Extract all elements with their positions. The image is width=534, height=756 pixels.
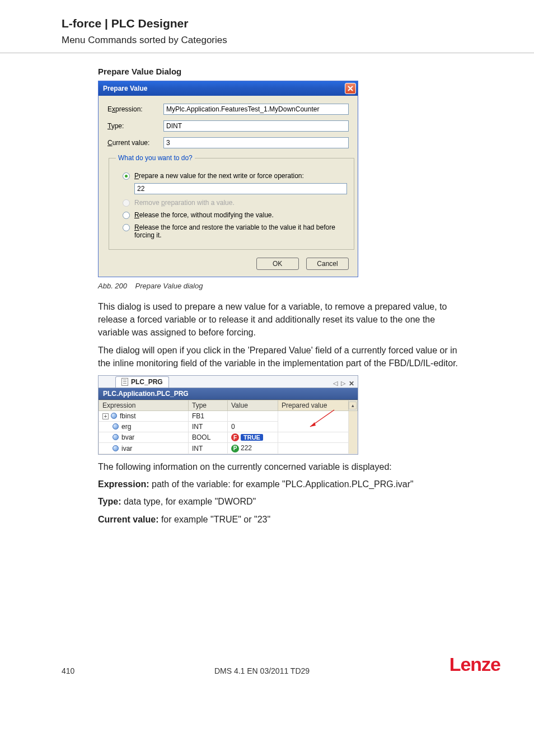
scroll-up-icon[interactable]: ▴ — [349, 400, 358, 410]
var-type: BOOL — [189, 432, 228, 443]
col-value[interactable]: Value — [228, 400, 278, 410]
tab-prev-icon[interactable]: ◁ — [333, 380, 338, 388]
section-heading: Prepare Value Dialog — [98, 67, 467, 76]
variable-icon — [111, 413, 117, 419]
paragraph: Type: data type, for example "DWORD" — [98, 495, 467, 508]
prepare-value-dialog: Prepare Value Expression: Type: Current … — [98, 81, 358, 277]
var-value: 0 — [228, 421, 278, 432]
new-value-input[interactable] — [134, 183, 347, 194]
radio-selected-icon — [123, 172, 130, 180]
annotation-arrow-icon — [303, 409, 337, 431]
var-value: FTRUE — [228, 432, 278, 443]
opt-remove-preparation[interactable]: Remove preparation with a value. — [123, 199, 347, 207]
current-value-field[interactable] — [163, 137, 349, 148]
var-name: bvar — [121, 433, 134, 441]
expression-field[interactable] — [163, 104, 349, 115]
tab-label: PLC_PRG — [131, 378, 163, 386]
figure-caption: Prepare Value dialog — [135, 282, 203, 290]
variable-icon — [113, 445, 119, 451]
type-label: Type: — [107, 122, 163, 130]
opt-release-and-restore[interactable]: Release the force and restore the variab… — [123, 223, 347, 239]
paragraph: Expression: path of the variable: for ex… — [98, 478, 467, 491]
page-number: 410 — [62, 666, 74, 675]
var-type: FB1 — [189, 410, 228, 421]
ok-button[interactable]: OK — [256, 258, 299, 270]
opt-prepare-new-value[interactable]: Prepare a new value for the next write o… — [123, 172, 347, 180]
tab-next-icon[interactable]: ▷ — [341, 380, 345, 388]
col-type[interactable]: Type — [189, 400, 228, 410]
var-name: erg — [121, 423, 131, 431]
doc-id: DMS 4.1 EN 03/2011 TD29 — [214, 666, 310, 675]
var-type: INT — [189, 443, 228, 454]
dialog-title: Prepare Value — [103, 85, 147, 92]
prepared-value-cell[interactable] — [278, 410, 349, 432]
prepared-value-cell[interactable] — [278, 443, 349, 454]
page-subtitle: Menu Commands sorted by Categories — [62, 35, 500, 46]
close-icon[interactable] — [345, 83, 356, 94]
tab-plc-prg[interactable]: PLC_PRG — [115, 376, 169, 388]
forced-badge-icon: F — [231, 433, 239, 441]
prepared-value-cell[interactable] — [278, 432, 349, 443]
paragraph: This dialog is used to prepare a new val… — [98, 300, 467, 339]
options-group: What do you want to do? Prepare a new va… — [109, 154, 354, 250]
opt-release-force[interactable]: Release the force, without modifying the… — [123, 211, 347, 219]
variable-icon — [113, 434, 119, 440]
expand-icon[interactable]: + — [102, 413, 109, 419]
brand-logo: Lenze — [449, 654, 500, 675]
var-value — [228, 410, 278, 421]
table-row[interactable]: bvar BOOL FTRUE — [99, 432, 358, 443]
expression-label: Expression: — [107, 105, 163, 113]
options-legend: What do you want to do? — [116, 154, 195, 162]
prepared-badge-icon: P — [231, 445, 239, 452]
page-title: L-force | PLC Designer — [62, 17, 500, 30]
col-expression[interactable]: Expression — [99, 400, 189, 410]
radio-unselected-icon — [123, 199, 130, 207]
paragraph: The following information on the current… — [98, 460, 467, 473]
current-value-label: Current value: — [107, 139, 163, 147]
radio-unselected-icon — [123, 212, 130, 219]
cancel-button[interactable]: Cancel — [306, 258, 349, 270]
type-field[interactable] — [163, 120, 349, 132]
paragraph: Current value: for example "TRUE" or "23… — [98, 513, 467, 526]
document-icon — [121, 378, 128, 386]
watch-window: PLC_PRG ◁ ▷ ✕ PLC.Application.PLC_PRG Ex… — [98, 375, 358, 455]
radio-unselected-icon — [123, 224, 130, 231]
scrollbar[interactable] — [349, 410, 358, 454]
var-type: INT — [189, 421, 228, 432]
var-value: P222 — [228, 443, 278, 454]
figure-number: Abb. 200 — [98, 282, 127, 290]
paragraph: The dialog will open if you click in the… — [98, 344, 467, 370]
table-row[interactable]: ivar INT P222 — [99, 443, 358, 454]
var-name: ivar — [121, 445, 132, 452]
tab-close-icon[interactable]: ✕ — [349, 380, 354, 388]
app-path-bar: PLC.Application.PLC_PRG — [99, 388, 358, 400]
variable-icon — [113, 423, 119, 430]
var-name: fbinst — [120, 412, 136, 420]
table-row[interactable]: +fbinst FB1 — [99, 410, 358, 421]
